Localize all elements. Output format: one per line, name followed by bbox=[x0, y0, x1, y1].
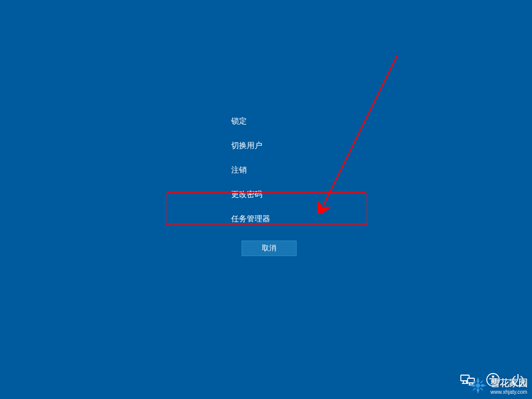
watermark-url: www.xhjaty.com bbox=[490, 389, 527, 395]
annotation-arrow bbox=[312, 52, 405, 213]
watermark: 雪花家园 www.xhjaty.com bbox=[469, 376, 528, 395]
cancel-button[interactable]: 取消 bbox=[242, 241, 297, 256]
security-options-menu: 锁定 切换用户 注销 更改密码 任务管理器 bbox=[231, 109, 270, 231]
menu-item-change-password[interactable]: 更改密码 bbox=[231, 182, 270, 207]
menu-item-lock[interactable]: 锁定 bbox=[231, 109, 270, 134]
menu-item-task-manager[interactable]: 任务管理器 bbox=[231, 207, 270, 231]
watermark-logo-icon bbox=[469, 376, 487, 395]
svg-point-17 bbox=[476, 383, 480, 388]
menu-item-switch-user[interactable]: 切换用户 bbox=[231, 134, 270, 158]
watermark-title: 雪花家园 bbox=[490, 377, 528, 389]
menu-item-sign-out[interactable]: 注销 bbox=[231, 158, 270, 182]
svg-line-1 bbox=[323, 55, 397, 206]
